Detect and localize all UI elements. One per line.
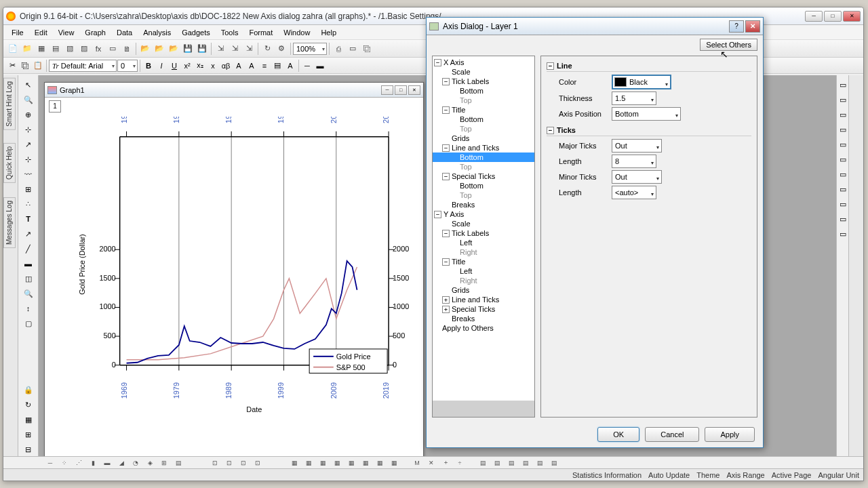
new-layout-icon[interactable]: ▭ bbox=[106, 42, 119, 56]
collapse-icon[interactable]: − bbox=[442, 78, 450, 85]
data-cursor-icon[interactable]: ⊹ bbox=[21, 152, 36, 166]
major-ticks-combo[interactable]: Out bbox=[612, 139, 662, 152]
extract-icon[interactable]: ▭ bbox=[835, 152, 850, 166]
grid2-icon[interactable]: ▦ bbox=[302, 458, 315, 468]
box-plot-icon[interactable]: ⊞ bbox=[158, 458, 170, 468]
tree-title-top[interactable]: Top bbox=[433, 124, 534, 134]
bar-plot-icon[interactable]: ▬ bbox=[101, 458, 113, 468]
open-icon[interactable]: 📂 bbox=[138, 42, 152, 56]
cross-icon[interactable]: ✕ bbox=[425, 458, 437, 468]
collapse-icon[interactable]: − bbox=[434, 211, 441, 218]
menu-edit[interactable]: Edit bbox=[29, 27, 53, 38]
menu-graph[interactable]: Graph bbox=[79, 27, 111, 38]
tree-tick-labels-x[interactable]: −Tick Labels bbox=[433, 77, 534, 86]
menu-file[interactable]: File bbox=[6, 27, 29, 38]
grid6-icon[interactable]: ▦ bbox=[359, 458, 372, 468]
save-icon[interactable]: 💾 bbox=[181, 42, 195, 56]
tree-breaks-y[interactable]: Breaks bbox=[433, 314, 534, 323]
duplicate-icon[interactable]: ⿻ bbox=[360, 42, 374, 56]
tree-title-right[interactable]: Right bbox=[433, 276, 534, 285]
save-template-icon[interactable]: 💾 bbox=[195, 42, 209, 56]
tree-scale-x[interactable]: Scale bbox=[433, 67, 534, 77]
menu-gadgets[interactable]: Gadgets bbox=[176, 27, 216, 38]
line-scatter-icon[interactable]: ⋰ bbox=[73, 458, 85, 468]
grid8-icon[interactable]: ▦ bbox=[388, 458, 400, 468]
collapse-icon[interactable]: − bbox=[442, 258, 450, 266]
import-multiple-icon[interactable]: ⇲ bbox=[242, 42, 256, 56]
div-icon[interactable]: ÷ bbox=[454, 458, 466, 468]
new-notes-icon[interactable]: 🗎 bbox=[120, 42, 134, 56]
tree-grids-y[interactable]: Grids bbox=[433, 285, 534, 295]
increase-font-icon[interactable]: A bbox=[233, 60, 245, 72]
tool3-icon[interactable]: ⊡ bbox=[237, 458, 250, 468]
dialog-close-button[interactable]: ✕ bbox=[745, 20, 760, 33]
wks2-icon[interactable]: ▤ bbox=[491, 458, 503, 468]
menu-window[interactable]: Window bbox=[278, 27, 315, 38]
color-combo[interactable]: Black bbox=[612, 75, 671, 89]
copy-icon[interactable]: ⿻ bbox=[19, 60, 31, 72]
lock-icon[interactable]: 🔒 bbox=[21, 383, 36, 396]
tool-r-icon[interactable]: ▭ bbox=[835, 212, 850, 226]
new-graph-icon[interactable]: ▧ bbox=[63, 42, 77, 56]
menu-tools[interactable]: Tools bbox=[216, 27, 244, 38]
tree-y-axis[interactable]: −Y Axis bbox=[433, 209, 534, 219]
smart-hint-tab[interactable]: Smart Hint Log bbox=[3, 78, 16, 130]
decrease-font-icon[interactable]: A bbox=[245, 60, 258, 72]
line-group-header[interactable]: −Line bbox=[547, 60, 751, 72]
font-color-icon[interactable]: A bbox=[284, 60, 296, 72]
arrow-icon[interactable]: ↗ bbox=[21, 227, 36, 241]
zoom-icon[interactable]: 🔍 bbox=[21, 287, 36, 300]
ungroup-icon[interactable]: ⊟ bbox=[21, 443, 36, 456]
font-size-combo[interactable]: 0 bbox=[117, 60, 138, 72]
tree-title-left[interactable]: Left bbox=[433, 266, 534, 276]
zoom-combo[interactable]: 100% bbox=[293, 43, 327, 55]
minor-ticks-combo[interactable]: Out bbox=[612, 170, 662, 184]
screen-reader-icon[interactable]: ⊹ bbox=[21, 123, 36, 136]
add-top-icon[interactable]: ▭ bbox=[835, 93, 850, 106]
open-template-icon[interactable]: 📂 bbox=[153, 42, 166, 56]
align-col-icon[interactable]: ▤ bbox=[271, 60, 283, 72]
grid5-icon[interactable]: ▦ bbox=[345, 458, 357, 468]
expand-icon[interactable]: + bbox=[442, 306, 450, 313]
print-icon[interactable]: ⎙ bbox=[332, 42, 345, 56]
cut-icon[interactable]: ✂ bbox=[6, 60, 18, 72]
plot-area[interactable]: Gold Price (Dollar) Date 0 500 1000 bbox=[72, 117, 416, 419]
tree-line-ticks-top[interactable]: Top bbox=[433, 162, 534, 171]
wks1-icon[interactable]: ▤ bbox=[477, 458, 489, 468]
collapse-icon[interactable]: − bbox=[442, 106, 450, 114]
text-icon[interactable]: T bbox=[21, 212, 36, 226]
tree-scale-y[interactable]: Scale bbox=[433, 219, 534, 228]
scatter-plot-icon[interactable]: ⁘ bbox=[58, 458, 71, 468]
apply-button[interactable]: Apply bbox=[705, 427, 755, 442]
tree-line-ticks-y[interactable]: +Line and Ticks bbox=[433, 295, 534, 304]
tool-icon[interactable]: ▢ bbox=[21, 317, 36, 330]
rotate-icon[interactable]: ↻ bbox=[21, 398, 36, 411]
tree-special-ticks-bottom[interactable]: Bottom bbox=[433, 181, 534, 190]
tree-tick-labels-bottom[interactable]: Bottom bbox=[433, 86, 534, 96]
rescale-icon[interactable]: ↕ bbox=[21, 302, 36, 315]
template-icon[interactable]: ▤ bbox=[172, 458, 184, 468]
minimize-button[interactable]: ─ bbox=[805, 11, 823, 22]
mark-icon[interactable]: M bbox=[411, 458, 423, 468]
thickness-combo[interactable]: 1.5 bbox=[612, 92, 656, 105]
rect-icon[interactable]: ▬ bbox=[21, 257, 36, 270]
quick-help-tab[interactable]: Quick Help bbox=[3, 143, 16, 183]
ok-button[interactable]: OK bbox=[597, 427, 639, 442]
wks3-icon[interactable]: ▤ bbox=[505, 458, 517, 468]
area-plot-icon[interactable]: ◢ bbox=[115, 458, 127, 468]
major-length-combo[interactable]: 8 bbox=[612, 155, 656, 168]
plus-icon[interactable]: ＋ bbox=[439, 458, 452, 468]
messages-log-tab[interactable]: Messages Log bbox=[3, 197, 16, 248]
tree-special-ticks-y[interactable]: +Special Ticks bbox=[433, 304, 534, 314]
tool1-icon[interactable]: ⊡ bbox=[209, 458, 221, 468]
grid3-icon[interactable]: ▦ bbox=[317, 458, 329, 468]
graph-minimize-button[interactable]: ─ bbox=[381, 85, 393, 95]
dialog-help-button[interactable]: ? bbox=[729, 20, 744, 33]
grid1-icon[interactable]: ▦ bbox=[288, 458, 300, 468]
greek-icon[interactable]: αβ bbox=[220, 60, 232, 72]
menu-format[interactable]: Format bbox=[243, 27, 278, 38]
ticks-group-header[interactable]: −Ticks bbox=[547, 125, 751, 136]
tree-tick-labels-right[interactable]: Right bbox=[433, 247, 534, 257]
tree-line-ticks-x[interactable]: −Line and Ticks bbox=[433, 143, 534, 152]
tree-title-x[interactable]: −Title bbox=[433, 105, 534, 115]
